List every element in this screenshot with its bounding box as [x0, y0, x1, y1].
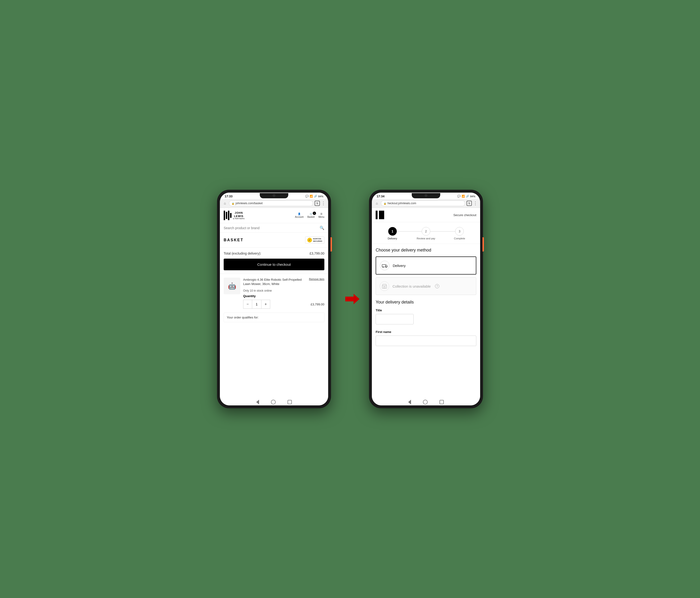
product-details: Ambrogio 4.36 Elite Robotic Self-Propell… — [243, 278, 324, 309]
home-button-2[interactable]: ⌂ — [374, 201, 379, 206]
product-stock: Only 10 in stock online — [243, 289, 324, 292]
basket-title: BASKET — [224, 238, 244, 242]
title-label: Title — [376, 308, 476, 312]
battery-icon-2: 84% — [470, 195, 475, 198]
home-button-nav-1[interactable] — [271, 400, 276, 404]
menu-icon: ☰ — [320, 213, 322, 215]
phone-side-button-2 — [482, 237, 484, 251]
basket-label: Basket — [307, 216, 315, 218]
phone-basket: 17:33 💬 📶 🔗 84% ⌂ 🔒 johnlewis.com/basket… — [217, 190, 331, 408]
jl-logo-small-bars — [376, 211, 385, 219]
logo-bar-3 — [228, 211, 229, 220]
jl-logo-bars — [224, 211, 231, 220]
tab-count-1[interactable]: 5 — [315, 201, 320, 206]
qty-value: 1 — [252, 300, 261, 309]
help-icon[interactable]: ? — [435, 284, 439, 288]
search-icon[interactable]: 🔍 — [320, 226, 324, 230]
collection-option: Collection is unavailable ? — [376, 277, 476, 295]
wifi-icon-2: 🔗 — [466, 195, 469, 198]
jl-logo-1: JOHNLEWIS & PARTNERS — [224, 211, 245, 220]
basket-header: BASKET ✓ NortonSECURED — [220, 233, 328, 248]
status-time-1: 17:33 — [225, 195, 232, 198]
basket-badge: 1 — [313, 211, 316, 215]
jl-header-1: JOHNLEWIS & PARTNERS 👤 Account 1 🛒 — [220, 208, 328, 223]
title-form-group: Title — [376, 308, 476, 328]
qty-minus-button[interactable]: − — [243, 300, 252, 309]
norton-text: NortonSECURED — [313, 238, 322, 242]
logo-bar-1 — [224, 211, 225, 220]
address-bar-2[interactable]: 🔒 heckout.johnlewis.com — [381, 200, 465, 206]
browser-bar-2: ⌂ 🔒 heckout.johnlewis.com 5 ⋮ — [372, 199, 480, 208]
jl-logo-text: JOHNLEWIS & PARTNERS — [233, 211, 245, 219]
checkout-page-content: Secure checkout 1 Delivery 2 Review and … — [372, 208, 480, 405]
phone-side-button — [330, 237, 332, 251]
menu-nav-item[interactable]: ☰ Menu — [319, 213, 324, 218]
step-label-1: Delivery — [388, 237, 397, 240]
address-bar-1[interactable]: 🔒 johnlewis.com/basket — [229, 200, 313, 206]
checkout-button[interactable]: Continue to checkout — [224, 259, 324, 270]
wifi-icon: 🔗 — [314, 195, 317, 198]
norton-badge: ✓ NortonSECURED — [305, 236, 324, 244]
back-button-2[interactable] — [408, 400, 411, 404]
signal-icon: 📶 — [310, 195, 313, 198]
step-review: 2 Review and pay — [409, 227, 443, 240]
first-name-input[interactable] — [376, 335, 476, 346]
step-label-2: Review and pay — [417, 237, 435, 240]
battery-icon: 84% — [318, 195, 323, 198]
scene: 17:33 💬 📶 🔗 84% ⌂ 🔒 johnlewis.com/basket… — [217, 190, 483, 408]
svg-rect-1 — [382, 265, 385, 267]
recents-button-1[interactable] — [288, 400, 292, 404]
account-nav-item[interactable]: 👤 Account — [295, 213, 303, 218]
browser-menu-2[interactable]: ⋮ — [473, 201, 478, 206]
delivery-method-title: Choose your delivery method — [376, 248, 476, 253]
account-icon: 👤 — [298, 213, 301, 215]
svg-rect-4 — [382, 286, 386, 288]
quantity-label: Quantity — [243, 294, 324, 298]
url-text-1: johnlewis.com/basket — [235, 202, 262, 205]
phone-camera-2 — [425, 194, 427, 197]
tab-count-2[interactable]: 5 — [467, 201, 472, 206]
delivery-option[interactable]: Delivery — [376, 256, 476, 275]
logo-bar-s2 — [379, 211, 384, 219]
search-input[interactable] — [224, 226, 318, 230]
recents-button-2[interactable] — [440, 400, 444, 404]
product-item: 🤖 Ambrogio 4.36 Elite Robotic Self-Prope… — [220, 274, 328, 313]
svg-rect-5 — [384, 286, 385, 288]
status-icons-2: 💬 📶 🔗 84% — [457, 195, 475, 198]
basket-icon: 🛒 — [310, 213, 312, 215]
remove-item-link[interactable]: Remove item — [309, 278, 324, 280]
browser-menu-1[interactable]: ⋮ — [321, 201, 326, 206]
whatsapp-icon-2: 💬 — [457, 195, 461, 198]
lock-icon-2: 🔒 — [383, 202, 386, 205]
phone-bottom-bar-2 — [408, 400, 444, 404]
basket-nav-item[interactable]: 1 🛒 Basket — [307, 213, 315, 218]
phone-bottom-bar-1 — [256, 400, 292, 404]
status-time-2: 17:34 — [377, 195, 384, 198]
phone-camera — [273, 194, 275, 197]
url-text-2: heckout.johnlewis.com — [388, 202, 416, 205]
home-button-1[interactable]: ⌂ — [222, 201, 227, 206]
svg-marker-0 — [345, 294, 359, 304]
your-delivery-title: Your delivery details — [376, 300, 476, 305]
title-input[interactable] — [376, 314, 414, 324]
home-button-nav-2[interactable] — [423, 400, 428, 404]
store-svg — [381, 283, 387, 289]
jl-nav: 👤 Account 1 🛒 Basket ☰ Menu — [295, 213, 324, 218]
lock-icon-1: 🔒 — [231, 202, 234, 205]
delivery-truck-icon — [380, 261, 390, 270]
arrow-container — [341, 292, 359, 306]
order-qualifies-text: Your order qualifies for: — [227, 316, 258, 319]
phone-screen-basket: 17:33 💬 📶 🔗 84% ⌂ 🔒 johnlewis.com/basket… — [220, 193, 328, 405]
step-circle-2: 2 — [422, 227, 430, 235]
step-delivery: 1 Delivery — [376, 227, 409, 240]
qty-plus-button[interactable]: + — [261, 300, 270, 309]
progress-steps: 1 Delivery 2 Review and pay 3 Complete — [372, 222, 480, 244]
search-bar: 🔍 — [220, 223, 328, 233]
signal-icon-2: 📶 — [461, 195, 465, 198]
qty-left: − 1 + — [243, 300, 270, 309]
collection-unavailable-label: Collection is unavailable — [393, 284, 431, 288]
logo-bar-2 — [226, 212, 227, 219]
back-button-1[interactable] — [256, 400, 259, 404]
quantity-control: − 1 + £3,799.00 — [243, 300, 324, 309]
total-label: Total (excluding delivery): — [224, 251, 261, 255]
